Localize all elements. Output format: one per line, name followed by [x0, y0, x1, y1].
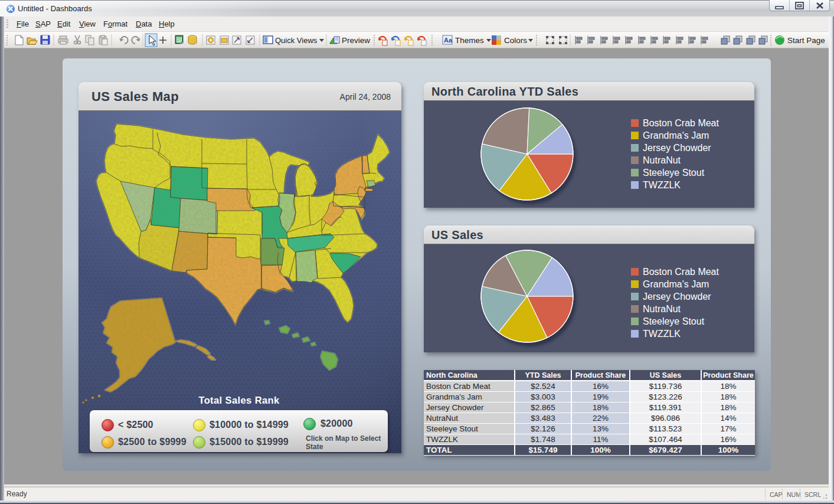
svg-text:Quick Views: Quick Views	[275, 36, 318, 45]
svg-text:Preview: Preview	[342, 36, 370, 45]
svg-text:Total Sales Rank: Total Sales Rank	[198, 395, 280, 405]
svg-text:Start Page: Start Page	[787, 36, 825, 45]
svg-text:Aa: Aa	[444, 37, 453, 44]
svg-text:Themes: Themes	[455, 36, 484, 45]
svg-text:Colors: Colors	[504, 36, 527, 45]
